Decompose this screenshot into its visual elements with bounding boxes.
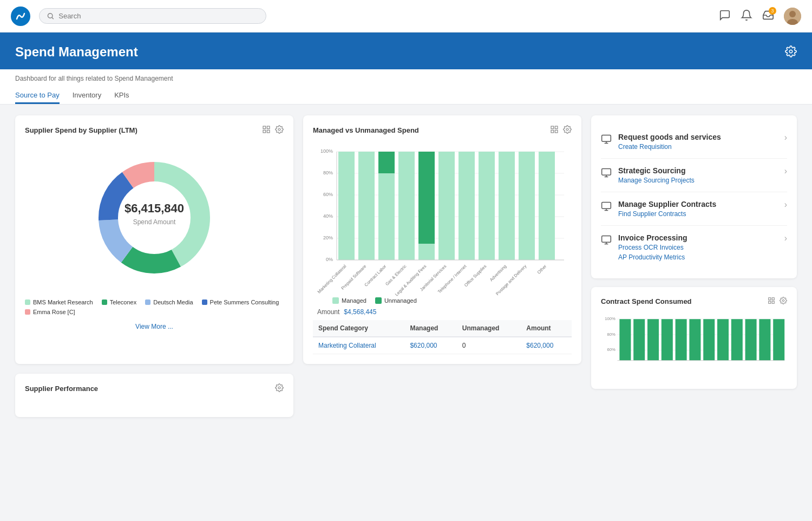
svg-point-2 — [789, 11, 796, 17]
svg-rect-6 — [267, 126, 270, 129]
table-row: Marketing Collateral $620,000 0 $620,000 — [313, 337, 572, 354]
cell-managed: $620,000 — [404, 337, 456, 354]
find-contracts-link[interactable]: Find Supplier Contracts — [618, 210, 716, 218]
quick-link-invoice-processing[interactable]: Invoice Processing Process OCR Invoices … — [601, 226, 787, 269]
manage-sourcing-link[interactable]: Manage Sourcing Projects — [618, 177, 695, 184]
svg-rect-93 — [759, 319, 770, 360]
cell-amount: $620,000 — [521, 337, 572, 354]
page-title: Spend Management — [15, 44, 138, 60]
bar-chart-legend: Managed Unmanaged — [313, 297, 572, 304]
svg-rect-74 — [772, 301, 774, 303]
svg-rect-91 — [731, 319, 743, 360]
contract-spend-header: Contract Spend Consumed — [601, 297, 787, 306]
main-content: Supplier Spend by Supplier (LTM) — [0, 105, 812, 428]
nav-icons: 3 — [719, 8, 801, 25]
svg-rect-63 — [602, 169, 611, 175]
ap-metrics-link[interactable]: AP Productivity Metrics — [618, 253, 687, 261]
svg-rect-42 — [459, 152, 475, 260]
quick-link-invoice-text: Invoice Processing Process OCR Invoices … — [618, 233, 687, 261]
create-requisition-link[interactable]: Create Requisition — [618, 143, 721, 151]
spend-table: Spend Category Managed Unmanaged Amount … — [313, 320, 572, 354]
supplier-perf-header: Supplier Performance — [25, 383, 284, 394]
svg-rect-88 — [689, 319, 700, 360]
svg-rect-37 — [378, 152, 395, 173]
inbox-badge: 3 — [769, 7, 776, 15]
managed-settings-icon[interactable] — [563, 125, 572, 135]
quick-link-strategic-sourcing[interactable]: Strategic Sourcing Manage Sourcing Proje… — [601, 159, 787, 192]
notifications-icon[interactable] — [741, 9, 752, 23]
search-input[interactable] — [58, 12, 258, 20]
quick-link-strategic-sourcing-text: Strategic Sourcing Manage Sourcing Proje… — [618, 166, 695, 184]
svg-rect-44 — [499, 152, 515, 260]
chat-icon[interactable] — [719, 9, 731, 23]
tabs-container: Source to Pay Inventory KPIs — [15, 88, 797, 104]
svg-rect-86 — [662, 319, 673, 360]
legend-bms: BMS Market Research — [25, 299, 93, 305]
inbox-icon[interactable]: 3 — [762, 9, 774, 23]
supplier-perf-icons — [275, 383, 284, 394]
svg-rect-75 — [769, 301, 771, 303]
svg-text:80%: 80% — [323, 170, 333, 175]
legend-pete: Pete Summers Consulting — [202, 299, 279, 305]
contract-spend-card: Contract Spend Consumed — [591, 287, 797, 389]
supplier-performance-card: Supplier Performance — [15, 374, 293, 417]
svg-rect-17 — [551, 126, 554, 129]
legend-deutsch: Deutsch Media — [145, 299, 193, 305]
quick-link-supplier-contracts-content: Manage Supplier Contracts Find Supplier … — [601, 200, 779, 218]
svg-text:0%: 0% — [326, 257, 333, 262]
svg-rect-8 — [263, 130, 266, 133]
quick-link-invoice-content: Invoice Processing Process OCR Invoices … — [601, 233, 779, 261]
svg-point-9 — [278, 128, 280, 131]
customize-icon[interactable] — [262, 125, 271, 135]
supplier-perf-title: Supplier Performance — [25, 385, 98, 393]
legend-emma: Emma Rose [C] — [25, 309, 75, 315]
process-ocr-link[interactable]: Process OCR Invoices — [618, 244, 687, 251]
legend-unmanaged: Unmanaged — [375, 297, 417, 304]
managed-bar-chart: 100% 80% 60% 40% 20% 0% — [313, 142, 572, 294]
svg-rect-73 — [772, 298, 774, 300]
svg-text:80%: 80% — [607, 332, 615, 337]
legend-managed: Managed — [332, 297, 366, 304]
supplier-spend-icons — [262, 125, 284, 135]
svg-rect-89 — [703, 319, 715, 360]
tab-kpis[interactable]: KPIs — [114, 88, 129, 104]
svg-text:60%: 60% — [323, 192, 333, 197]
tab-source-to-pay[interactable]: Source to Pay — [15, 88, 60, 104]
amount-value: $4,568,445 — [344, 308, 376, 316]
cell-category[interactable]: Marketing Collateral — [313, 337, 404, 354]
page-settings-icon[interactable] — [785, 45, 797, 59]
contract-customize-icon[interactable] — [768, 297, 775, 306]
user-avatar[interactable] — [784, 8, 801, 25]
col-spend-category: Spend Category — [313, 320, 404, 337]
logo-area — [11, 6, 30, 26]
contract-settings-icon[interactable] — [780, 297, 787, 306]
invoice-processing-icon — [601, 235, 612, 247]
svg-rect-46 — [539, 152, 555, 260]
tab-area: Dashboard for all things related to Spen… — [0, 69, 812, 105]
quick-link-supplier-contracts[interactable]: Manage Supplier Contracts Find Supplier … — [601, 192, 787, 226]
svg-rect-87 — [676, 319, 687, 360]
col-managed: Managed — [404, 320, 456, 337]
managed-spend-card: Managed vs Unmanaged Spend — [303, 115, 581, 364]
top-nav: 3 — [0, 0, 812, 32]
quick-link-supplier-contracts-text: Manage Supplier Contracts Find Supplier … — [618, 200, 716, 218]
supplier-perf-settings-icon[interactable] — [275, 383, 284, 394]
managed-customize-icon[interactable] — [550, 125, 559, 135]
svg-rect-20 — [551, 130, 554, 133]
workday-logo — [11, 6, 30, 26]
svg-rect-34 — [338, 152, 355, 260]
tab-inventory[interactable]: Inventory — [73, 88, 101, 104]
view-more-button[interactable]: View More ... — [25, 323, 284, 330]
svg-rect-85 — [647, 319, 659, 360]
bar-chart-wrapper: 100% 80% 60% 40% 20% 0% — [313, 142, 572, 354]
search-bar[interactable] — [39, 8, 266, 24]
quick-link-request-goods[interactable]: Request goods and services Create Requis… — [601, 125, 787, 159]
svg-text:100%: 100% — [605, 316, 615, 321]
svg-rect-41 — [438, 152, 455, 260]
donut-chart: $6,415,840 Spend Amount — [89, 153, 219, 283]
supplier-spend-title: Supplier Spend by Supplier (LTM) — [25, 126, 137, 134]
managed-spend-header: Managed vs Unmanaged Spend — [313, 125, 572, 135]
quick-link-request-goods-content: Request goods and services Create Requis… — [601, 133, 779, 151]
svg-rect-60 — [602, 135, 611, 142]
card-settings-icon[interactable] — [275, 125, 284, 135]
